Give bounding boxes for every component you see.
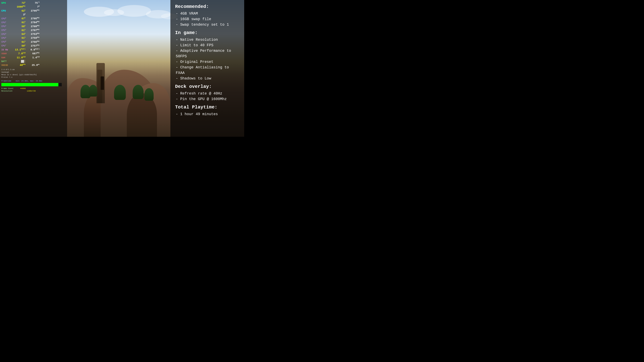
cpu-row2: 3W [1, 13, 66, 16]
resolution-row: Resolution 1280x720 [1, 90, 66, 92]
cpu-core-3-clock: 2707MHz [26, 29, 40, 32]
frame-count-value: 44666 [20, 87, 26, 89]
io-label: IO RW [1, 48, 12, 51]
recommended-title: Recommended: [175, 4, 240, 9]
deck-overlay-items: - Refresh rate @ 40Hz- Pin the GPU @ 160… [175, 91, 240, 102]
vram-label: VRAM [1, 52, 12, 55]
vkd3d-label: VKD3D [1, 64, 12, 67]
deck-overlay-title: Deck overlay: [175, 84, 240, 89]
cpu-core-1-clock: 2784MHz [26, 21, 40, 24]
cpu-core-5-row: CPU5 61% 2759MHz [1, 36, 66, 40]
gpu-clock: 1600MHz [12, 5, 26, 9]
total-playtime-title: Total Playtime: [175, 105, 240, 110]
gpu-power: 7W [26, 5, 40, 9]
total-playtime-items: - 1 hour 49 minutes [175, 111, 240, 117]
sys-line2: VanGogh [1, 71, 66, 73]
cpu-core-5-usage: 61% [12, 36, 26, 40]
cpu-row: CPU 62% 2795MHz [1, 9, 66, 13]
frametime-bar-container [1, 83, 62, 86]
cpu-core-6-label: CPU6 [1, 40, 12, 43]
resolution-label: Resolution [1, 90, 12, 92]
cpu-clock: 2795MHz [26, 9, 40, 13]
deck-overlay-item: - Pin the GPU @ 1600Mhz [176, 96, 240, 102]
frame-count-row: Frame Count 44666 [1, 87, 66, 90]
cpu-core-0-row: CPU0 67% 2795MHz [1, 17, 66, 20]
batt-label: BATT [1, 60, 12, 63]
vram-used: 7.8GiB [12, 52, 26, 55]
cpu-core-0-clock: 2795MHz [26, 17, 40, 20]
cpu-core-2-row: CPU2 58% 2709MHz [1, 25, 66, 28]
gpu-temp: 75°C [26, 1, 40, 5]
cpu-core-7-row: CPU7 59% 2757MHz [1, 44, 66, 48]
gpu-row2: 1600MHz 7W [1, 5, 66, 9]
gpu-row: GPU 72% 75°C [1, 1, 66, 5]
scenery [67, 0, 170, 137]
cpu-core-4-clock: 2753MHz [26, 32, 40, 36]
deck-overlay-item: - Refresh rate @ 40Hz [176, 91, 240, 96]
cpu-core-3-usage: 61% [12, 29, 26, 32]
cpu-core-4-row: CPU4 64% 2753MHz [1, 32, 66, 36]
overlay-panel: GPU 72% 75°C 1600MHz 7W CPU 62% 2795MHz … [0, 0, 67, 137]
ram-label: RAM [1, 56, 12, 59]
cpu-core-1-row: CPU1 61% 2784MHz [1, 21, 66, 24]
resolution-value: 1280x720 [27, 90, 36, 92]
in-game-items: - Native Resolution- Limit to 40 FPS- Ad… [175, 37, 240, 81]
cpu-core-3-row: CPU3 61% 2707MHz [1, 29, 66, 32]
cpu-core-6-clock: 2766MHz [26, 40, 40, 44]
cpu-core-5-clock: 2759MHz [26, 36, 40, 40]
cpu-core-5-label: CPU5 [1, 36, 12, 40]
frame-stats: Frame Count 44666 Resolution 1280x720 [1, 87, 66, 92]
ram-row: RAM 11.0GiB 1.4GiB [1, 56, 66, 59]
recommended-item: - 4GB VRAM [176, 11, 240, 16]
frametime-max: max: 29.6ms [30, 80, 42, 82]
vram-clock: 687MHz [26, 52, 40, 55]
recommended-item: - 16GB swap file [176, 16, 240, 22]
cpu-core-6-row: CPU6 61% 2766MHz [1, 40, 66, 44]
gpu-usage: 72% [12, 1, 26, 5]
in-game-item: - Native Resolution [176, 37, 240, 42]
cpu-label: CPU [1, 9, 12, 13]
frametime-min: min: 24.0ms [16, 80, 28, 82]
frametime-bar [1, 83, 58, 86]
sys-line3: Mesa 22.x devel [git-03db7b91fb] [1, 73, 66, 76]
ram-swap: 1.4GiB [26, 56, 40, 59]
cpu-core-7-usage: 59% [12, 44, 26, 48]
cpu-core-1-label: CPU1 [1, 21, 12, 24]
cpu-core-4-usage: 64% [12, 32, 26, 36]
cpu-core-6-usage: 61% [12, 40, 26, 44]
sys-line4: Proton 7.x [1, 76, 66, 79]
cpu-cores: CPU0 67% 2795MHz CPU1 61% 2784MHz CPU2 5… [1, 17, 66, 48]
cpu-core-7-clock: 2757MHz [26, 44, 40, 48]
info-panel: Recommended: - 4GB VRAM- 16GB swap file-… [170, 0, 244, 137]
cpu-core-0-label: CPU0 [1, 17, 12, 20]
sys-info: 2.6.0/1.3.aa VanGogh Mesa 22.x devel [gi… [1, 68, 66, 79]
in-game-item: - Original Preset [176, 59, 240, 65]
batt-row: BATT ▓▓░ [1, 60, 66, 63]
frametime-section: Frametime min: 24.0ms, max: 29.6ms [1, 80, 66, 82]
fps-row: VKD3D 40FPS 25.0ms [1, 63, 66, 67]
cpu-usage: 62% [12, 9, 26, 13]
cpu-core-3-label: CPU3 [1, 29, 12, 32]
fps-value: 40FPS [12, 63, 26, 67]
cpu-power: 3W [12, 13, 26, 16]
gpu-label: GPU [1, 1, 12, 5]
total-playtime-item: - 1 hour 49 minutes [176, 111, 240, 117]
recommended-item: - Swap tendency set to 1 [176, 22, 240, 27]
in-game-title: In game: [175, 30, 240, 35]
cpu-core-0-usage: 67% [12, 17, 26, 20]
cpu-core-7-label: CPU7 [1, 44, 12, 47]
sys-line1: 2.6.0/1.3.aa [1, 68, 66, 71]
in-game-item: - Change Antialiasing to FXAA [176, 65, 240, 76]
frametime-label: Frametime [1, 80, 11, 82]
io-write: 0.0MiB/s [26, 48, 40, 52]
cpu-core-2-clock: 2709MHz [26, 25, 40, 28]
in-game-item: - Shadows to Low [176, 76, 240, 81]
io-read: 13.1MiB/s [12, 48, 26, 52]
cpu-core-2-usage: 58% [12, 25, 26, 28]
frame-count-label: Frame Count [1, 87, 14, 89]
frametime-value: 25.0ms [26, 63, 40, 67]
in-game-item: - Limit to 40 FPS [176, 42, 240, 48]
cpu-core-1-usage: 61% [12, 21, 26, 24]
cpu-core-4-label: CPU4 [1, 33, 12, 36]
ram-used: 11.0GiB [12, 56, 26, 59]
